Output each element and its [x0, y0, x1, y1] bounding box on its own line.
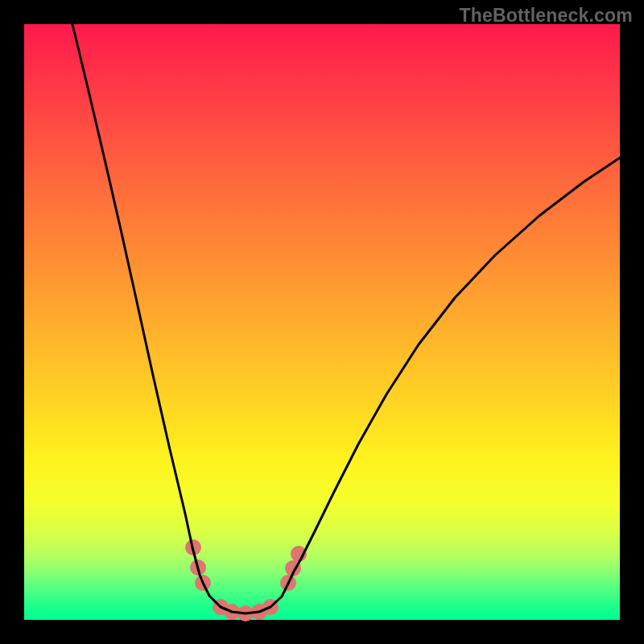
plot-area [24, 24, 620, 620]
bottleneck-curve [72, 24, 620, 613]
chart-frame: TheBottleneck.com [0, 0, 644, 644]
curve-svg [24, 24, 620, 620]
watermark-text: TheBottleneck.com [459, 5, 633, 27]
